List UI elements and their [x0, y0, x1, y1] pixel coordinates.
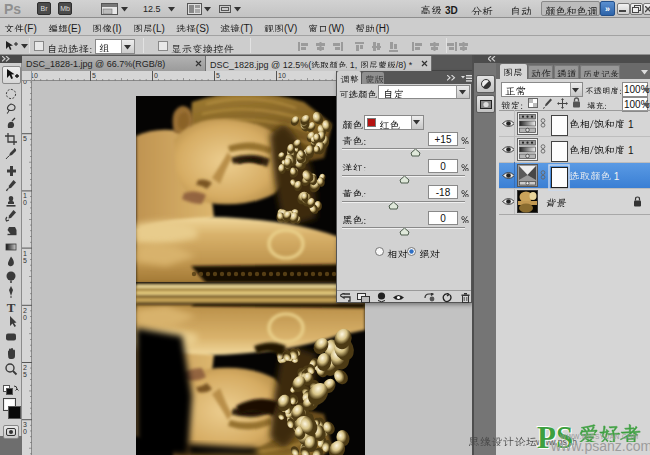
svg-text:0: 0	[23, 428, 27, 435]
svg-text:1: 1	[23, 192, 27, 199]
svg-text:5: 5	[23, 371, 27, 378]
svg-text:5: 5	[216, 72, 220, 79]
svg-text:3: 3	[23, 421, 27, 428]
svg-text:T: T	[7, 300, 16, 314]
svg-text:2: 2	[23, 364, 27, 371]
svg-text:10: 10	[278, 72, 286, 79]
svg-text:5: 5	[23, 257, 27, 264]
svg-text:0: 0	[23, 314, 27, 321]
svg-text:0: 0	[23, 81, 27, 85]
svg-text:1: 1	[23, 250, 27, 257]
svg-text:0: 0	[23, 199, 27, 206]
svg-text:2: 2	[23, 307, 27, 314]
svg-text:5: 5	[23, 135, 27, 142]
svg-text:5: 5	[92, 72, 96, 79]
svg-text:0: 0	[154, 72, 158, 79]
